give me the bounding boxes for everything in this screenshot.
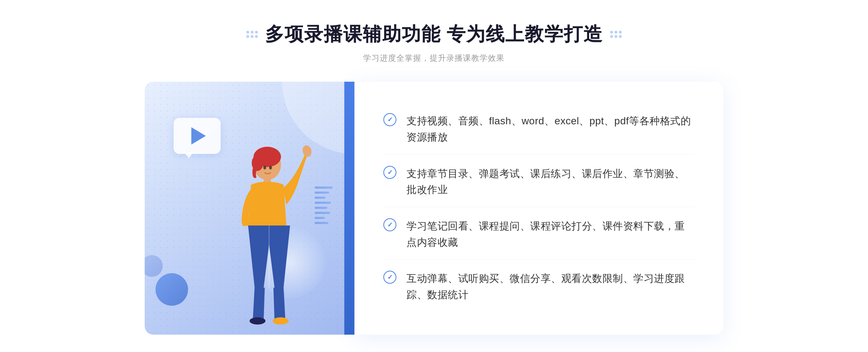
svg-point-4 (301, 144, 312, 158)
check-icon-1: ✓ (383, 113, 396, 126)
check-mark-2: ✓ (387, 169, 393, 176)
feature-item-2: ✓ 支持章节目录、弹题考试、课后练习、课后作业、章节测验、批改作业 (383, 157, 694, 207)
feature-item-3: ✓ 学习笔记回看、课程提问、课程评论打分、课件资料下载，重点内容收藏 (383, 210, 694, 260)
svg-point-6 (273, 317, 289, 325)
header-dots-right (610, 31, 622, 38)
feature-text-1: 支持视频、音频、flash、word、excel、ppt、pdf等各种格式的资源… (407, 113, 694, 146)
feature-text-2: 支持章节目录、弹题考试、课后练习、课后作业、章节测验、批改作业 (407, 166, 694, 198)
circle-dark-decoration (156, 273, 188, 306)
illustration-area (145, 82, 354, 335)
svg-point-7 (263, 166, 266, 169)
header-section: 多项录播课辅助功能 专为线上教学打造 学习进度全掌握，提升录播课教学效果 (246, 22, 622, 64)
feature-item-4: ✓ 互动弹幕、试听购买、微信分享、观看次数限制、学习进度跟踪、数据统计 (383, 262, 694, 312)
page-subtitle: 学习进度全掌握，提升录播课教学效果 (246, 53, 622, 64)
content-panel: ✓ 支持视频、音频、flash、word、excel、ppt、pdf等各种格式的… (354, 82, 723, 335)
circle-light-decoration (145, 255, 163, 277)
svg-point-8 (269, 166, 272, 169)
header-dots-left (246, 31, 258, 38)
check-icon-2: ✓ (383, 166, 396, 179)
check-icon-4: ✓ (383, 271, 396, 284)
check-mark-1: ✓ (387, 116, 393, 123)
illustration-figure (200, 132, 323, 335)
page-title: 多项录播课辅助功能 专为线上教学打造 (265, 22, 603, 47)
svg-point-5 (250, 317, 265, 325)
feature-text-3: 学习笔记回看、课程提问、课程评论打分、课件资料下载，重点内容收藏 (407, 218, 694, 251)
check-mark-4: ✓ (387, 274, 393, 280)
feature-text-4: 互动弹幕、试听购买、微信分享、观看次数限制、学习进度跟踪、数据统计 (407, 271, 694, 303)
content-section: » (145, 82, 723, 335)
page-container: 多项录播课辅助功能 专为线上教学打造 学习进度全掌握，提升录播课教学效果 » (0, 0, 868, 352)
title-wrapper: 多项录播课辅助功能 专为线上教学打造 (246, 22, 622, 47)
check-icon-3: ✓ (383, 218, 396, 231)
blue-bar-decoration (344, 82, 354, 335)
check-mark-3: ✓ (387, 222, 393, 228)
feature-item-1: ✓ 支持视频、音频、flash、word、excel、ppt、pdf等各种格式的… (383, 104, 694, 155)
